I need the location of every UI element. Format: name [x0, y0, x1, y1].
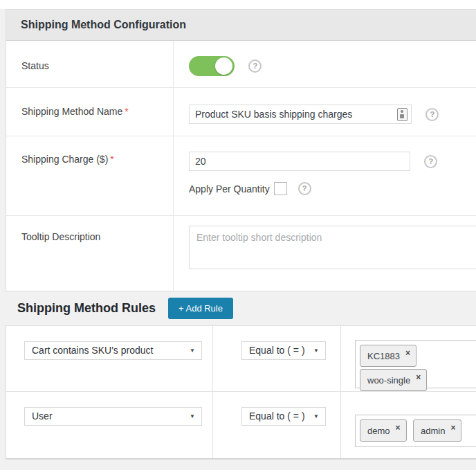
add-rule-button[interactable]: + Add Rule — [168, 298, 233, 319]
shipping-method-name-input[interactable] — [189, 105, 412, 124]
rule-operator-select[interactable]: Equal to ( = ) ▼ — [241, 407, 326, 426]
remove-tag-icon[interactable]: × — [416, 372, 421, 382]
value-tag: admin× — [413, 419, 461, 442]
remove-tag-icon[interactable]: × — [396, 423, 401, 433]
rule-operator-select[interactable]: Equal to ( = ) ▼ — [241, 341, 326, 360]
status-row: Status ? — [6, 41, 476, 88]
shipping-charge-row: Shipping Charge ($)* ? Apply Per Quantit… — [6, 136, 476, 216]
apply-per-quantity-help-icon[interactable]: ? — [298, 182, 311, 195]
status-help-icon[interactable]: ? — [248, 60, 262, 73]
shipping-method-configuration-panel: Shipping Method Configuration Status ? S… — [6, 9, 476, 291]
tooltip-description-label: Tooltip Description — [6, 216, 174, 291]
chevron-down-icon: ▼ — [313, 408, 319, 426]
rules-header: Shipping Method Rules + Add Rule — [17, 298, 233, 319]
rule-values-multiselect[interactable]: demo× admin× — [355, 415, 476, 447]
rule-condition-select[interactable]: Cart contains SKU's product ▼ — [24, 341, 202, 360]
tooltip-description-row: Tooltip Description — [6, 216, 476, 291]
chevron-down-icon: ▼ — [313, 342, 319, 360]
top-strip — [0, 0, 476, 9]
rule-condition-select[interactable]: User ▼ — [24, 407, 202, 426]
remove-tag-icon[interactable]: × — [405, 348, 410, 358]
charge-help-icon[interactable]: ? — [424, 155, 437, 168]
value-tag: woo-single× — [360, 369, 427, 391]
rules-section-title: Shipping Method Rules — [17, 301, 156, 316]
rule-row: User ▼ Equal to ( = ) ▼ demo× admin× — [6, 392, 476, 459]
required-asterisk: * — [125, 106, 128, 117]
value-tag: KC1883× — [360, 345, 416, 367]
shipping-charge-label: Shipping Charge ($)* — [6, 136, 174, 215]
value-tag: demo× — [360, 419, 407, 442]
apply-per-quantity-label: Apply Per Quantity — [189, 183, 270, 195]
status-label: Status — [6, 41, 174, 87]
name-help-icon[interactable]: ? — [425, 108, 439, 121]
tooltip-description-textarea[interactable] — [189, 226, 476, 269]
toggle-knob — [215, 57, 232, 75]
apply-per-quantity-checkbox[interactable] — [274, 182, 287, 195]
chevron-down-icon: ▼ — [190, 342, 195, 360]
chevron-down-icon: ▼ — [190, 408, 195, 426]
input-autofill-icon[interactable] — [397, 108, 408, 121]
rule-row: Cart contains SKU's product ▼ Equal to (… — [6, 326, 476, 392]
required-asterisk: * — [110, 154, 113, 165]
remove-tag-icon[interactable]: × — [450, 423, 455, 433]
shipping-charge-input[interactable] — [189, 152, 410, 171]
status-toggle[interactable] — [189, 56, 235, 76]
rule-values-multiselect[interactable]: KC1883× woo-single× — [355, 340, 476, 388]
page: Shipping Method Configuration Status ? S… — [0, 0, 476, 470]
shipping-method-name-row: Shipping Method Name* ? — [6, 88, 476, 136]
panel-title: Shipping Method Configuration — [6, 10, 476, 41]
rules-table: Cart contains SKU's product ▼ Equal to (… — [6, 325, 476, 460]
shipping-method-name-label: Shipping Method Name* — [6, 88, 174, 136]
